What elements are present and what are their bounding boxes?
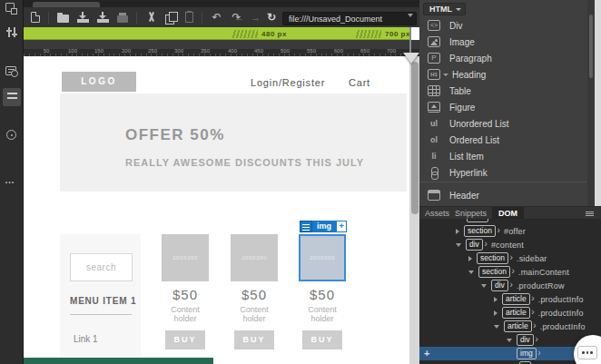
insert-item-div[interactable]: Div [419,17,586,34]
insert-panel-scrollbar[interactable] [587,0,595,206]
design-logo[interactable]: LOGO [62,72,136,92]
address-input[interactable] [282,12,417,25]
dom-row-div[interactable]: div [419,333,601,347]
scrollbar-thumb[interactable] [589,15,593,78]
panel-tab-bar: Assets Snippets DOM [419,206,601,219]
tab-dom[interactable]: DOM [492,207,524,220]
design-offer-section[interactable]: OFFER 50% REALLY AWESOME DISCOUNTS THIS … [60,93,407,192]
product-image-placeholder-selected[interactable]: 200X200 [299,234,346,281]
insert-item-header[interactable]: Header [419,187,586,203]
back-icon[interactable]: ← [234,12,244,23]
more-panels-icon[interactable]: … [5,174,17,187]
product-image-placeholder[interactable]: 200X200 [162,234,209,281]
expand-arrow-icon[interactable] [494,325,499,329]
collapse-arrow-icon[interactable] [468,256,472,261]
refresh-icon[interactable]: ↻ [267,11,276,24]
insert-panel-divider [419,182,586,182]
ruler-tick-label: 550 [302,48,320,54]
offer-subtitle: REALLY AWESOME DISCOUNTS THIS JULY [125,157,364,168]
open-file-icon[interactable] [57,15,69,23]
insert-category-dropdown[interactable]: HTML [423,3,466,15]
properties-sliders-icon[interactable] [5,26,18,39]
unordered-list-icon: ul [428,118,440,129]
heading-dropdown-icon[interactable] [443,74,448,76]
insert-item-list-item[interactable]: li List Item [419,148,586,164]
design-login-link[interactable]: Login/Register [251,77,325,88]
dom-row-maincontent[interactable]: section .mainContent [419,265,601,279]
tab-assets[interactable]: Assets [425,207,449,220]
expand-arrow-icon[interactable] [481,284,487,288]
dom-row-productinfo-3[interactable]: article .productInfo [419,320,601,333]
save-icon[interactable] [77,12,89,23]
insert-item-paragraph[interactable]: Paragraph [419,50,586,66]
buy-button[interactable]: BUY [165,330,205,349]
insert-item-figure[interactable]: Figure [419,99,586,115]
browser-nav-group: ← → ↻ [234,7,417,27]
search-input[interactable] [70,253,133,281]
copy-icon[interactable] [165,12,177,24]
collapse-arrow-icon[interactable] [456,229,459,234]
cut-icon[interactable] [145,12,157,24]
panels-icon[interactable] [5,3,15,12]
product-card: 200X200 $50 Content holder BUY [162,234,209,349]
insert-item-unordered-list[interactable]: ul Unordered List [419,115,586,132]
sidebar-link[interactable]: Link 1 [74,334,98,344]
insert-item-heading[interactable]: Heading [419,66,586,83]
print-icon[interactable] [117,15,128,23]
buy-button[interactable]: BUY [234,330,274,349]
element-display-hud: img + [300,221,347,232]
dom-row-price[interactable]: p .price [419,360,601,364]
collapse-arrow-icon[interactable] [494,297,498,302]
dom-panel-icon[interactable] [7,91,20,103]
extract-target-icon[interactable] [6,130,16,140]
tab-snippets[interactable]: Snippets [455,207,487,220]
forward-icon[interactable]: → [251,12,261,23]
breakpoint-chevrons-icon [356,30,381,38]
expand-arrow-icon[interactable] [507,339,512,342]
element-add-button[interactable]: + [336,221,347,232]
image-icon [428,36,440,47]
element-tag-label[interactable]: img [312,221,336,232]
design-cart-link[interactable]: Cart [349,77,370,88]
dom-row-sidebar[interactable]: section .sidebar [419,251,601,265]
left-panel-rail: … [0,0,24,364]
expand-arrow-icon[interactable] [456,243,461,247]
live-view-scrollbar[interactable] [409,56,419,364]
dom-row-productinfo-1[interactable]: article .productInfo [419,292,601,306]
cc-libraries-icon[interactable] [5,66,16,75]
horizontal-ruler: 50 100 150 200 250 300 350 400 450 500 5… [24,49,419,56]
product-card: 200X200 $50 Content holder BUY [231,234,278,349]
paste-icon[interactable] [185,12,193,23]
scrollbar-thumb[interactable] [411,62,419,214]
insert-item-hyperlink[interactable]: Hyperlink [419,164,586,181]
insert-item-table[interactable]: Table [419,83,586,99]
dom-add-element-button[interactable]: + [424,348,429,359]
collapse-arrow-icon[interactable] [494,310,498,316]
ruler-tick-label: 300 [170,48,188,54]
dom-row-productinfo-2[interactable]: article .productInfo [419,306,601,320]
viewport-scrubber-stem[interactable] [409,27,411,53]
element-hamburger-icon[interactable] [300,221,312,232]
save-all-icon[interactable] [97,12,109,23]
product-description: Content holder [231,305,278,323]
design-sidebar[interactable]: MENU ITEM 1 Link 1 [60,234,141,364]
ruler-tick-label: 450 [250,48,268,54]
address-dropdown-icon[interactable] [408,14,413,17]
dom-row-productrow[interactable]: div .productRow [419,279,601,292]
viewport-size-bar[interactable]: 480 px 700 px [24,27,410,40]
viewport-scrubber-handle[interactable] [403,53,419,64]
panel-edge-strip [595,0,601,219]
undo-icon[interactable]: ↶ [211,12,222,24]
expand-arrow-icon[interactable] [468,271,474,274]
paragraph-icon [428,53,440,64]
insert-item-image[interactable]: Image [419,34,586,50]
dom-row-content[interactable]: div #content [419,238,601,251]
buy-button[interactable]: BUY [302,330,342,349]
insert-item-ordered-list[interactable]: ol Ordered List [419,132,586,148]
panel-menu-icon[interactable] [586,212,594,216]
product-image-placeholder[interactable]: 200X200 [231,234,278,281]
new-file-icon[interactable] [31,12,40,23]
product-card-selected: img + 200X200 $50 Content holder BUY [299,234,346,349]
dom-row-offer[interactable]: section #offer [419,224,601,238]
ruler-tick-label: 150 [90,48,108,54]
